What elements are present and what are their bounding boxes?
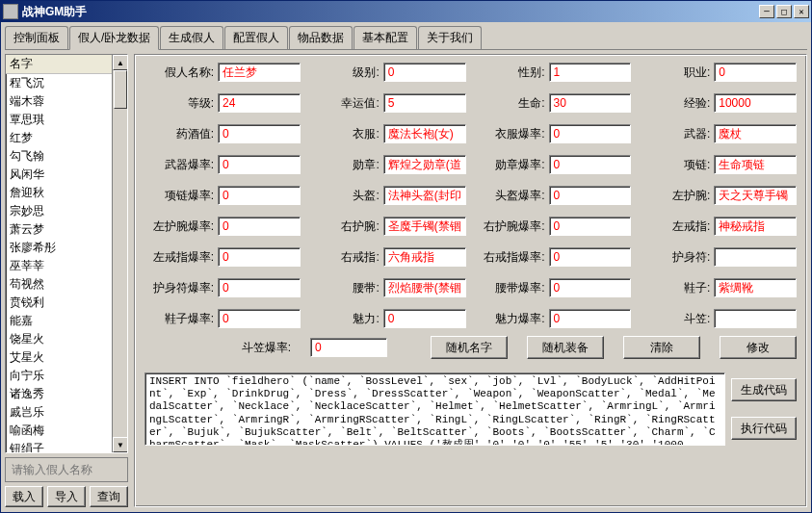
minimize-button[interactable]: ─ bbox=[759, 5, 774, 18]
field-input[interactable] bbox=[383, 217, 466, 236]
field-label: 魅力: bbox=[310, 311, 380, 327]
field-input[interactable] bbox=[383, 124, 466, 143]
field-16: 项链爆率: bbox=[144, 186, 301, 205]
field-input[interactable] bbox=[218, 247, 301, 267]
field-input[interactable] bbox=[714, 93, 797, 113]
field-label: 左戒指爆率: bbox=[144, 249, 214, 266]
clear-button[interactable]: 清除 bbox=[623, 336, 700, 359]
tab-5[interactable]: 基本配置 bbox=[354, 26, 417, 49]
field-input[interactable] bbox=[218, 124, 301, 143]
field-input[interactable] bbox=[218, 309, 301, 328]
field-input[interactable] bbox=[714, 247, 797, 267]
list-item[interactable]: 苟视然 bbox=[6, 275, 127, 294]
list-item[interactable]: 能嘉 bbox=[6, 312, 127, 330]
field-input[interactable] bbox=[714, 124, 797, 143]
scroll-up-icon[interactable]: ▲ bbox=[113, 55, 128, 70]
field-input[interactable] bbox=[714, 155, 797, 174]
field-input[interactable] bbox=[383, 278, 466, 297]
random-name-button[interactable]: 随机名字 bbox=[431, 336, 508, 359]
list-item[interactable]: 勾飞翰 bbox=[6, 147, 127, 166]
field-label: 衣服爆率: bbox=[476, 126, 545, 142]
import-button[interactable]: 导入 bbox=[47, 486, 86, 507]
field-input[interactable] bbox=[383, 247, 466, 267]
field-input[interactable] bbox=[549, 309, 632, 328]
field-input[interactable] bbox=[549, 217, 632, 236]
field-0: 假人名称: bbox=[144, 63, 301, 82]
list-item[interactable]: 饶星火 bbox=[6, 330, 127, 348]
tab-2[interactable]: 生成假人 bbox=[160, 26, 223, 49]
scroll-thumb[interactable] bbox=[114, 70, 127, 109]
field-input[interactable] bbox=[218, 155, 301, 174]
field-input[interactable] bbox=[383, 93, 466, 113]
last-rate-input[interactable] bbox=[310, 338, 387, 357]
name-input[interactable] bbox=[10, 462, 123, 477]
field-input[interactable] bbox=[549, 155, 632, 174]
list-item[interactable]: 覃思琪 bbox=[6, 111, 127, 129]
scrollbar[interactable]: ▲ ▼ bbox=[112, 55, 127, 452]
maximize-button[interactable]: □ bbox=[776, 5, 792, 18]
scroll-down-icon[interactable]: ▼ bbox=[113, 437, 128, 452]
field-7: 经验: bbox=[641, 93, 797, 113]
field-input[interactable] bbox=[714, 309, 797, 328]
list-item[interactable]: 巫莘莘 bbox=[6, 257, 127, 275]
field-input[interactable] bbox=[383, 63, 466, 82]
modify-button[interactable]: 修改 bbox=[720, 336, 797, 359]
list-item[interactable]: 艾星火 bbox=[6, 348, 127, 367]
field-input[interactable] bbox=[549, 124, 632, 143]
list-item[interactable]: 向宁乐 bbox=[6, 367, 127, 385]
field-input[interactable] bbox=[383, 309, 466, 328]
field-6: 生命: bbox=[476, 93, 632, 113]
tab-3[interactable]: 配置假人 bbox=[224, 26, 288, 49]
query-button[interactable]: 查询 bbox=[90, 486, 128, 507]
list-item[interactable]: 钮绢子 bbox=[6, 440, 127, 453]
field-input[interactable] bbox=[549, 93, 632, 113]
tab-1[interactable]: 假人/卧龙数据 bbox=[69, 26, 159, 50]
field-input[interactable] bbox=[383, 155, 466, 174]
tab-0[interactable]: 控制面板 bbox=[5, 26, 68, 49]
generate-code-button[interactable]: 生成代码 bbox=[731, 378, 797, 401]
field-label: 生命: bbox=[476, 95, 545, 112]
field-input[interactable] bbox=[549, 186, 632, 205]
field-28: 护身符爆率: bbox=[144, 278, 301, 297]
field-input[interactable] bbox=[714, 217, 797, 236]
field-input[interactable] bbox=[383, 186, 466, 205]
field-input[interactable] bbox=[218, 63, 301, 82]
list-item[interactable]: 萧云梦 bbox=[6, 220, 127, 239]
list-item[interactable]: 喻函梅 bbox=[6, 422, 127, 440]
field-label: 右护腕: bbox=[310, 218, 380, 235]
list-item[interactable]: 戚岂乐 bbox=[6, 403, 127, 422]
load-button[interactable]: 载入 bbox=[5, 486, 43, 507]
field-label: 性别: bbox=[476, 64, 545, 81]
list-item[interactable]: 张廖希彤 bbox=[6, 239, 127, 257]
random-equip-button[interactable]: 随机装备 bbox=[527, 336, 604, 359]
field-input[interactable] bbox=[218, 186, 301, 205]
list-item[interactable]: 风闲华 bbox=[6, 166, 127, 184]
list-item[interactable]: 詹迎秋 bbox=[6, 184, 127, 202]
name-listbox[interactable]: 名字程飞沉端木蓉覃思琪红梦勾飞翰风闲华詹迎秋宗妙思萧云梦张廖希彤巫莘莘苟视然贲锐… bbox=[5, 54, 128, 453]
field-input[interactable] bbox=[218, 93, 301, 113]
list-item[interactable]: 贲锐利 bbox=[6, 294, 127, 312]
field-input[interactable] bbox=[549, 247, 632, 267]
list-item[interactable]: 宗妙思 bbox=[6, 202, 127, 220]
tab-4[interactable]: 物品数据 bbox=[289, 26, 353, 49]
sql-output[interactable]: INSERT INTO `fieldhero` (`name`, `BossLe… bbox=[144, 372, 725, 446]
close-button[interactable]: ✕ bbox=[794, 5, 809, 18]
field-input[interactable] bbox=[714, 186, 797, 205]
list-item[interactable]: 红梦 bbox=[6, 129, 127, 147]
field-input[interactable] bbox=[218, 278, 301, 297]
list-item[interactable]: 诸逸秀 bbox=[6, 385, 127, 403]
field-label: 勋章: bbox=[310, 157, 380, 173]
field-label: 经验: bbox=[641, 95, 710, 112]
field-input[interactable] bbox=[714, 63, 797, 82]
field-2: 性别: bbox=[476, 63, 632, 82]
execute-code-button[interactable]: 执行代码 bbox=[731, 417, 797, 440]
field-input[interactable] bbox=[714, 278, 797, 297]
tab-6[interactable]: 关于我们 bbox=[418, 26, 482, 49]
field-17: 头盔: bbox=[310, 186, 466, 205]
list-item[interactable]: 程飞沉 bbox=[6, 74, 127, 92]
list-item[interactable]: 端木蓉 bbox=[6, 92, 127, 111]
field-label: 项链: bbox=[641, 157, 710, 173]
field-input[interactable] bbox=[549, 278, 632, 297]
field-input[interactable] bbox=[218, 217, 301, 236]
field-input[interactable] bbox=[549, 63, 632, 82]
